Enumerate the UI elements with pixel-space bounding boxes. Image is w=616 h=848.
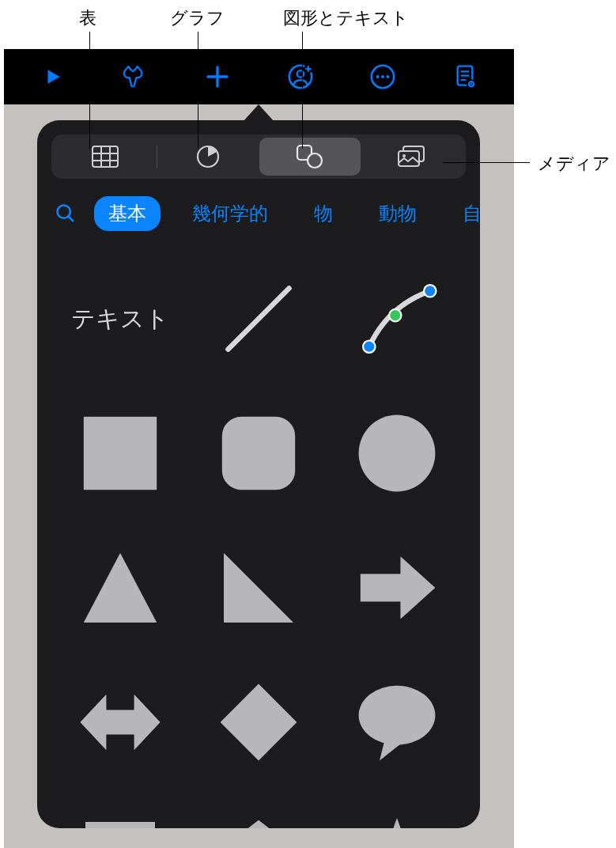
table-icon	[92, 146, 119, 168]
category-objects[interactable]: 物	[300, 196, 347, 231]
line-icon	[215, 275, 302, 362]
shape-right-triangle[interactable]	[190, 521, 328, 655]
shape-star[interactable]	[327, 789, 466, 828]
callout-line	[302, 32, 303, 149]
presenter-button[interactable]	[449, 61, 481, 93]
search-button[interactable]	[55, 203, 77, 225]
insert-popover: 基本 幾何学的 物 動物 自然 テキスト	[37, 104, 480, 828]
document-icon	[452, 64, 478, 89]
shape-arrow-bidirectional[interactable]	[51, 655, 190, 789]
svg-rect-11	[93, 146, 118, 167]
popover-arrow	[243, 104, 274, 122]
segment-table[interactable]	[55, 138, 157, 176]
svg-marker-27	[224, 553, 293, 623]
category-geometric[interactable]: 幾何学的	[178, 196, 282, 231]
add-person-icon	[287, 63, 314, 90]
svg-point-10	[471, 83, 473, 85]
search-icon	[55, 203, 77, 225]
media-icon	[397, 145, 427, 168]
svg-point-14	[308, 153, 322, 168]
insert-type-segmented	[51, 134, 466, 179]
shape-speech-bubble[interactable]	[327, 655, 466, 789]
arrow-right-icon	[353, 544, 440, 631]
svg-point-21	[389, 309, 401, 321]
callout-line	[89, 32, 90, 149]
segment-shapes[interactable]	[259, 138, 361, 176]
svg-point-4	[376, 75, 379, 78]
svg-point-20	[363, 341, 375, 353]
svg-point-17	[402, 154, 406, 157]
right-triangle-icon	[215, 544, 302, 631]
collaborate-button[interactable]	[285, 61, 316, 93]
svg-rect-16	[399, 151, 419, 166]
shape-line[interactable]	[190, 252, 328, 386]
shape-text[interactable]: テキスト	[51, 252, 190, 386]
shape-curve[interactable]	[327, 252, 466, 386]
plus-icon	[203, 62, 232, 91]
insert-button[interactable]	[202, 61, 233, 93]
callout-line	[198, 32, 198, 149]
callout-line-media	[443, 162, 530, 163]
ellipsis-icon	[369, 63, 396, 90]
svg-marker-26	[84, 553, 157, 623]
segment-media[interactable]	[361, 138, 463, 176]
rounded-square-icon	[215, 410, 302, 497]
format-brush-icon	[122, 63, 149, 90]
circle-icon	[353, 410, 440, 497]
callout-labels: 表 グラフ 図形とテキスト	[0, 0, 616, 47]
text-shape-label: テキスト	[71, 303, 169, 335]
play-icon	[43, 66, 63, 87]
callout-media: メディア	[538, 152, 610, 176]
banner-icon	[77, 813, 164, 828]
svg-marker-36	[357, 819, 436, 828]
square-icon	[77, 410, 164, 497]
play-button[interactable]	[37, 61, 69, 93]
callout-chart: グラフ	[170, 6, 225, 30]
svg-marker-30	[221, 684, 297, 761]
shape-square[interactable]	[51, 386, 190, 521]
format-button[interactable]	[119, 61, 151, 93]
more-button[interactable]	[367, 61, 399, 93]
popover-body: 基本 幾何学的 物 動物 自然 テキスト	[37, 120, 480, 828]
callout-shapes: 図形とテキスト	[283, 6, 409, 30]
shape-diamond[interactable]	[190, 655, 328, 789]
arrow-bidir-icon	[77, 679, 164, 766]
shape-triangle[interactable]	[51, 521, 190, 655]
category-basic[interactable]: 基本	[94, 196, 161, 231]
diamond-icon	[215, 679, 302, 766]
svg-point-31	[358, 686, 435, 745]
svg-marker-28	[360, 556, 435, 619]
svg-point-6	[386, 75, 389, 78]
shape-pentagon[interactable]	[190, 789, 328, 828]
svg-marker-29	[81, 695, 161, 750]
shapes-grid: テキスト	[37, 244, 480, 828]
svg-rect-24	[222, 417, 295, 490]
callout-table: 表	[79, 6, 96, 30]
svg-marker-33	[85, 822, 155, 828]
shape-circle[interactable]	[327, 386, 466, 521]
main-toolbar	[4, 49, 514, 104]
shapes-icon	[296, 144, 324, 169]
shape-rounded-square[interactable]	[190, 386, 328, 521]
category-nature[interactable]: 自然	[448, 196, 480, 231]
svg-marker-34	[222, 820, 295, 828]
pentagon-icon	[215, 813, 302, 828]
svg-line-19	[228, 289, 289, 350]
star-icon	[353, 813, 440, 828]
pie-chart-icon	[196, 145, 220, 168]
segment-chart[interactable]	[157, 138, 259, 176]
category-animals[interactable]: 動物	[365, 196, 431, 231]
speech-bubble-icon	[353, 679, 440, 766]
shape-banner[interactable]	[51, 789, 190, 828]
svg-point-22	[424, 285, 436, 297]
shape-categories: 基本 幾何学的 物 動物 自然	[37, 179, 480, 244]
svg-rect-23	[84, 417, 157, 490]
curve-icon	[353, 275, 440, 362]
svg-point-5	[381, 75, 384, 78]
shape-arrow-right[interactable]	[327, 521, 466, 655]
triangle-icon	[77, 544, 164, 631]
svg-point-25	[358, 415, 435, 492]
